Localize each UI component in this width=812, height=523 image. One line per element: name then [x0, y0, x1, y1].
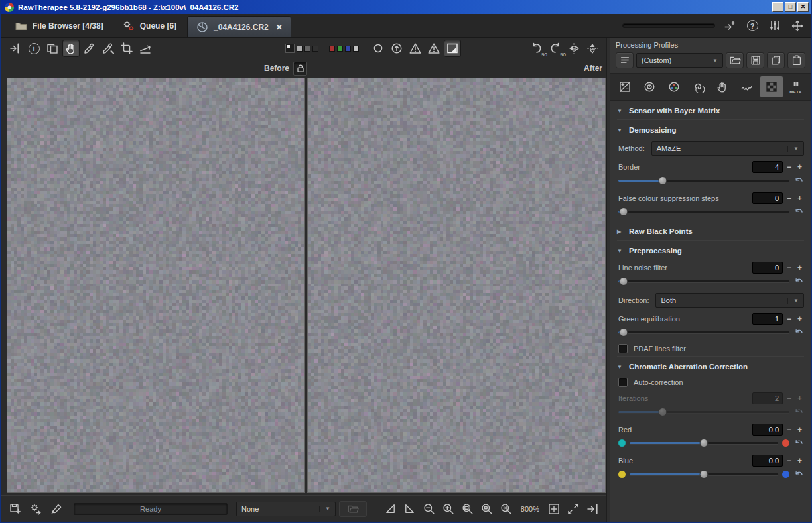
tab-file-browser[interactable]: File Browser [4/38]	[7, 14, 111, 37]
line-noise-increment-button[interactable]: +	[795, 263, 804, 272]
line-noise-reset-icon[interactable]	[793, 276, 804, 286]
focus-mask-icon[interactable]	[370, 40, 387, 57]
border-increment-button[interactable]: +	[795, 162, 804, 172]
zoom-fit-icon[interactable]	[459, 500, 476, 518]
ca-blue-decrement-button[interactable]: −	[785, 456, 793, 465]
tab-transform[interactable]	[711, 76, 734, 97]
border-reset-icon[interactable]	[793, 176, 804, 186]
fast-export-icon[interactable]	[722, 18, 738, 34]
demosaicing-header[interactable]: ▼ Demosaicing	[617, 119, 804, 139]
hand-tool-icon[interactable]	[62, 40, 80, 57]
auto-correction-checkbox[interactable]	[618, 378, 628, 387]
tab-raw[interactable]	[760, 76, 783, 97]
help-icon[interactable]: ?	[744, 18, 760, 34]
ca-blue-increment-button[interactable]: +	[795, 456, 804, 465]
minimize-button[interactable]: _	[772, 2, 783, 12]
green-eq-increment-button[interactable]: +	[795, 314, 804, 323]
green-eq-reset-icon[interactable]	[793, 327, 804, 337]
channel-green-swatch[interactable]	[337, 46, 343, 52]
shadow-clipping-icon[interactable]	[407, 40, 424, 57]
false-colour-slider[interactable]	[618, 207, 789, 217]
bg-mid-swatch[interactable]	[304, 46, 310, 52]
line-noise-value[interactable]: 0	[752, 262, 783, 274]
tab-metadata[interactable]: META	[784, 76, 807, 97]
bg-theme-icon[interactable]	[285, 44, 295, 53]
tab-advanced[interactable]	[687, 76, 710, 97]
paste-profile-button[interactable]	[787, 52, 805, 68]
zoom-100-icon[interactable]	[498, 500, 515, 518]
tab-color[interactable]	[663, 76, 686, 97]
border-decrement-button[interactable]: −	[785, 162, 793, 172]
tab-queue[interactable]: Queue [6]	[114, 14, 184, 37]
ca-blue-value[interactable]: 0.0	[752, 455, 783, 467]
line-noise-slider[interactable]	[618, 276, 789, 286]
zoom-out-icon[interactable]	[421, 500, 438, 518]
profile-fill-mode-button[interactable]	[616, 52, 634, 68]
save-image-icon[interactable]	[7, 500, 24, 518]
ca-blue-reset-icon[interactable]	[793, 469, 804, 479]
border-value[interactable]: 4	[752, 161, 783, 173]
sensor-bayer-header[interactable]: ▼ Sensor with Bayer Matrix	[617, 101, 804, 119]
preprocessing-header[interactable]: ▼ Preprocessing	[617, 240, 804, 259]
demosaic-method-combo[interactable]: AMaZE ▼	[651, 141, 804, 156]
direction-combo[interactable]: Both ▼	[655, 293, 804, 308]
ca-red-increment-button[interactable]: +	[795, 425, 804, 434]
tab-detail[interactable]	[638, 76, 661, 97]
before-pane[interactable]	[7, 78, 305, 493]
false-colour-increment-button[interactable]: +	[795, 194, 804, 203]
channel-blue-swatch[interactable]	[345, 46, 351, 52]
apply-profile-button[interactable]	[339, 501, 367, 517]
quick-profile-combo[interactable]: None ▼	[236, 502, 336, 516]
green-eq-decrement-button[interactable]: −	[785, 314, 793, 323]
after-pane[interactable]	[307, 78, 606, 493]
false-colour-decrement-button[interactable]: −	[785, 194, 793, 203]
highlight-clipping-icon[interactable]	[425, 40, 442, 57]
false-colour-reset-icon[interactable]	[793, 207, 804, 217]
before-lock-button[interactable]	[293, 62, 307, 76]
preferences-icon[interactable]	[767, 18, 783, 34]
fullscreen-icon[interactable]	[565, 500, 582, 518]
tab-wavelet[interactable]	[736, 76, 759, 97]
window-layout-icon[interactable]	[789, 18, 805, 34]
white-balance-picker-icon[interactable]	[81, 40, 98, 57]
crop-tool-icon[interactable]	[118, 40, 135, 57]
zoom-in-icon[interactable]	[440, 500, 457, 518]
channel-red-swatch[interactable]	[329, 46, 335, 52]
filmstrip-toggle-icon[interactable]	[7, 40, 24, 57]
bg-light-swatch[interactable]	[297, 46, 303, 52]
straighten-tool-icon[interactable]	[137, 40, 154, 57]
load-profile-button[interactable]	[726, 52, 744, 68]
channel-luminosity-swatch[interactable]	[353, 46, 359, 52]
before-after-toggle-icon[interactable]	[44, 40, 61, 57]
raw-black-points-header[interactable]: ▶ Raw Black Points	[617, 221, 804, 240]
line-noise-decrement-button[interactable]: −	[785, 263, 793, 272]
before-after-view-icon[interactable]	[382, 500, 399, 518]
new-detail-window-icon[interactable]	[545, 500, 563, 518]
flip-horizontal-icon[interactable]	[565, 40, 582, 57]
ca-red-decrement-button[interactable]: −	[785, 425, 793, 434]
rotate-right-90-icon[interactable]: 90	[547, 40, 564, 57]
save-profile-button[interactable]	[746, 52, 764, 68]
image-info-icon[interactable]: i	[25, 40, 42, 57]
ca-red-value[interactable]: 0.0	[752, 424, 783, 436]
clipping-indicator-icon[interactable]	[444, 40, 461, 57]
bg-dark-swatch[interactable]	[312, 46, 318, 52]
ca-correction-header[interactable]: ▼ Chromatic Aberration Correction	[617, 356, 804, 375]
sharpening-mask-icon[interactable]	[388, 40, 405, 57]
ca-red-reset-icon[interactable]	[793, 438, 804, 448]
maximize-button[interactable]: □	[785, 2, 796, 12]
color-picker-icon[interactable]	[100, 40, 117, 57]
queue-processing-icon[interactable]	[27, 500, 44, 518]
split-view-icon[interactable]	[401, 500, 419, 518]
tab-close-icon[interactable]: ✕	[276, 23, 283, 32]
profile-combo[interactable]: (Custom) ▼	[636, 53, 723, 68]
pdaf-checkbox[interactable]	[618, 344, 628, 353]
before-image-canvas[interactable]	[7, 78, 304, 492]
flip-vertical-icon[interactable]	[584, 40, 601, 57]
hide-right-panel-icon[interactable]	[584, 500, 601, 518]
green-eq-value[interactable]: 1	[752, 313, 783, 325]
ca-red-slider[interactable]	[630, 438, 778, 448]
false-colour-value[interactable]: 0	[752, 192, 783, 204]
green-eq-slider[interactable]	[618, 327, 789, 337]
ca-blue-slider[interactable]	[630, 469, 778, 479]
